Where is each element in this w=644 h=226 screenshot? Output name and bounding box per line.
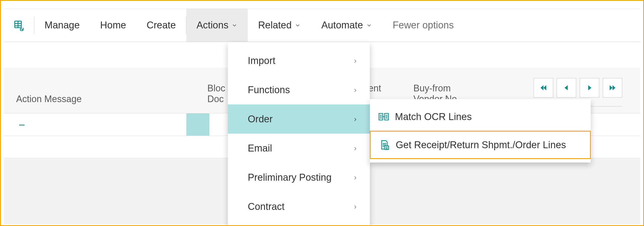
- row-marker: –: [19, 119, 25, 130]
- chevron-down-icon: [295, 22, 301, 28]
- related-label: Related: [258, 20, 292, 31]
- menu-item-functions[interactable]: Functions: [228, 75, 370, 104]
- chevron-down-icon: [231, 22, 238, 28]
- receipt-lines-icon: [378, 139, 391, 151]
- toolbar: Manage Home Create Actions Related Autom…: [4, 9, 640, 42]
- order-submenu: Match OCR Lines Get Receipt/Return Shpmt…: [370, 99, 591, 163]
- actions-dropdown: Import Functions Order Email Preliminary…: [228, 42, 370, 225]
- get-receipt-label: Get Receipt/Return Shpmt./Order Lines: [396, 139, 566, 150]
- match-lines-icon: [378, 111, 390, 123]
- chevron-down-icon: [366, 22, 372, 28]
- svg-marker-7: [588, 85, 592, 90]
- contract-label: Contract: [248, 201, 285, 212]
- create-label: Create: [147, 20, 176, 31]
- first-button[interactable]: [534, 78, 553, 98]
- chevron-right-icon: [352, 143, 358, 154]
- order-label: Order: [248, 114, 273, 125]
- svg-marker-8: [610, 85, 613, 90]
- next-button[interactable]: [580, 78, 599, 98]
- fewer-label: Fewer options: [393, 20, 454, 31]
- submenu-get-receipt-lines[interactable]: Get Receipt/Return Shpmt./Order Lines: [370, 131, 591, 159]
- svg-marker-6: [565, 85, 568, 90]
- chevron-right-icon: [352, 114, 358, 125]
- import-label: Import: [248, 55, 275, 66]
- menu-item-preliminary-posting[interactable]: Preliminary Posting: [228, 163, 370, 192]
- home-label: Home: [100, 20, 126, 31]
- automate-label: Automate: [321, 20, 363, 31]
- chevron-right-icon: [352, 55, 358, 66]
- col-block-doc[interactable]: BlocDoc: [207, 83, 225, 104]
- match-ocr-label: Match OCR Lines: [395, 111, 472, 122]
- home-menu[interactable]: Home: [90, 9, 136, 42]
- col-action-message[interactable]: Action Message: [16, 94, 82, 104]
- table-icon[interactable]: [4, 9, 34, 42]
- submenu-match-ocr-lines[interactable]: Match OCR Lines: [370, 103, 591, 131]
- menu-item-contract[interactable]: Contract: [228, 192, 370, 221]
- chevron-right-icon: [352, 84, 358, 95]
- automate-menu[interactable]: Automate: [311, 9, 382, 42]
- manage-menu[interactable]: Manage: [34, 9, 90, 42]
- email-label: Email: [248, 143, 272, 154]
- svg-marker-9: [613, 85, 615, 90]
- menu-item-order[interactable]: Order: [228, 104, 370, 134]
- create-menu[interactable]: Create: [136, 9, 186, 42]
- manage-label: Manage: [45, 20, 80, 31]
- chevron-right-icon: [352, 201, 358, 212]
- actions-label: Actions: [197, 20, 229, 31]
- nav-buttons: [534, 78, 622, 98]
- svg-marker-5: [543, 85, 546, 90]
- preliminary-posting-label: Preliminary Posting: [248, 172, 331, 183]
- chevron-right-icon: [352, 172, 358, 183]
- menu-item-import[interactable]: Import: [228, 46, 370, 75]
- last-button[interactable]: [603, 78, 622, 98]
- actions-menu[interactable]: Actions: [186, 9, 248, 42]
- related-menu[interactable]: Related: [248, 9, 311, 42]
- functions-label: Functions: [248, 84, 290, 95]
- menu-item-email[interactable]: Email: [228, 134, 370, 163]
- fewer-options[interactable]: Fewer options: [382, 9, 464, 42]
- svg-marker-4: [541, 85, 543, 90]
- prev-button[interactable]: [557, 78, 576, 98]
- selected-cell[interactable]: [186, 113, 209, 136]
